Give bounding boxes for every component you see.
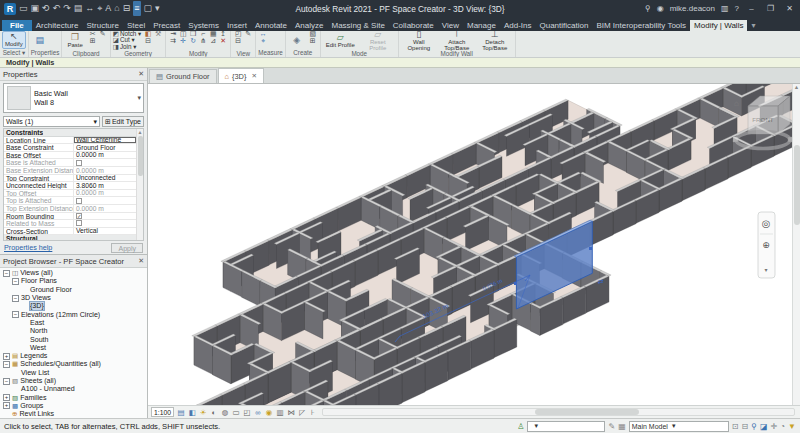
browser-item-floor-plans[interactable]: −Floor Plans bbox=[0, 277, 147, 285]
checkbox-checked[interactable]: ✓ bbox=[76, 213, 82, 219]
property-row-base-is-attached[interactable]: Base is Attached bbox=[4, 159, 136, 167]
property-row-unconnected-height[interactable]: Unconnected Height3.8060 m bbox=[4, 182, 136, 190]
select-underlay-elements-icon[interactable]: ⊟ bbox=[741, 421, 748, 432]
navigation-bar[interactable]: ◎⊕▾ bbox=[758, 212, 775, 278]
property-row-base-offset[interactable]: Base Offset0.0000 m bbox=[4, 152, 136, 160]
project-browser-close-icon[interactable]: ✕ bbox=[138, 257, 144, 265]
measure-icon[interactable]: ↔ bbox=[85, 1, 94, 16]
property-row-base-extension-distance[interactable]: Base Extension Distance0.0000 m bbox=[4, 167, 136, 175]
text-icon[interactable]: A bbox=[105, 1, 111, 16]
checkbox-unchecked[interactable] bbox=[76, 198, 82, 204]
create-parts-button[interactable]: ◈ bbox=[288, 31, 306, 49]
filter-icon[interactable]: ▼ bbox=[788, 421, 796, 432]
horizontal-scrollbar-thumb[interactable] bbox=[535, 409, 639, 415]
reveal-hidden-elements-icon[interactable]: ◉ bbox=[264, 407, 274, 418]
property-row-top-extension-distance[interactable]: Top Extension Distance0.0000 m bbox=[4, 205, 136, 213]
select-pinned-elements-icon[interactable]: ⚲ bbox=[751, 421, 757, 432]
create-group-icon[interactable]: ⊞ bbox=[308, 38, 318, 45]
properties-close-icon[interactable]: ✕ bbox=[138, 70, 144, 78]
ribbon-tabs-dropdown-icon[interactable]: ▾ bbox=[747, 20, 759, 31]
expand-icon[interactable]: + bbox=[3, 394, 10, 401]
shadows-icon[interactable]: ◐ bbox=[209, 407, 219, 418]
signed-in-user[interactable]: mike.deacon bbox=[670, 4, 715, 13]
ribbon-tab-add-ins[interactable]: Add-Ins bbox=[500, 20, 536, 31]
browser-item-views-all-[interactable]: −◫Views (all) bbox=[0, 269, 147, 277]
collapse-icon[interactable]: − bbox=[12, 278, 19, 285]
edit-type-button[interactable]: ⊞ Edit Type bbox=[102, 116, 144, 127]
browser-item-families[interactable]: +▨Families bbox=[0, 393, 147, 401]
collapse-icon[interactable]: − bbox=[3, 361, 10, 368]
editable-only-icon[interactable]: ✎ bbox=[608, 421, 615, 432]
view-scale-button[interactable]: 1:100 bbox=[151, 407, 174, 417]
open-icon[interactable]: ▭ bbox=[19, 1, 28, 16]
ribbon-tab-annotate[interactable]: Annotate bbox=[251, 20, 291, 31]
property-row-base-constraint[interactable]: Base ConstraintGround Floor bbox=[4, 144, 136, 152]
property-row-top-constraint[interactable]: Top ConstraintUnconnected bbox=[4, 175, 136, 183]
highlight-displacement-sets-icon[interactable]: ◸ bbox=[297, 407, 307, 418]
ribbon-tab-quantification[interactable]: Quantification bbox=[535, 20, 592, 31]
print-icon[interactable]: ▤ bbox=[74, 1, 83, 16]
browser-item-sheets-all-[interactable]: −▧Sheets (all) bbox=[0, 377, 147, 385]
edit-profile-button[interactable]: ▱Edit Profile bbox=[323, 31, 358, 50]
ribbon-tab-collaborate[interactable]: Collaborate bbox=[389, 20, 438, 31]
collapse-icon[interactable]: − bbox=[3, 270, 10, 277]
properties-header[interactable]: Properties ✕ bbox=[0, 68, 147, 81]
collapse-icon[interactable]: − bbox=[3, 378, 10, 385]
wall-opening-button[interactable]: ▯Wall Opening bbox=[401, 31, 437, 50]
expand-icon[interactable]: + bbox=[3, 353, 10, 360]
collapse-icon[interactable]: − bbox=[12, 295, 19, 302]
expand-icon[interactable]: + bbox=[3, 402, 10, 409]
apply-button[interactable]: Apply bbox=[111, 243, 143, 253]
crop-view-icon[interactable]: ▭ bbox=[231, 407, 241, 418]
ribbon-tab-modify-walls[interactable]: Modify | Walls bbox=[690, 20, 747, 31]
select-links-icon[interactable]: ⊡ bbox=[732, 421, 739, 432]
property-row-location-line[interactable]: Location LineWall Centerline bbox=[4, 137, 136, 145]
browser-item-revit-links[interactable]: ⊕Revit Links bbox=[0, 410, 147, 418]
demolish-icon[interactable]: ⚒ bbox=[153, 31, 163, 38]
show-analytical-model-icon[interactable]: ⋈ bbox=[286, 407, 296, 418]
browser-item-view-list[interactable]: View List bbox=[0, 369, 147, 377]
browser-item-south[interactable]: South bbox=[0, 335, 147, 343]
linework-icon[interactable]: ✎ bbox=[243, 31, 253, 38]
design-option-select[interactable]: Main Model▾ bbox=[629, 421, 729, 432]
help-menu[interactable]: ? bbox=[735, 4, 739, 13]
ribbon-tab-insert[interactable]: Insert bbox=[223, 20, 251, 31]
offset-button[interactable]: ⇉ bbox=[168, 38, 178, 45]
workset-select[interactable]: ▾ bbox=[527, 421, 605, 432]
browser-item-elevations-12mm-circle-[interactable]: −Elevations (12mm Circle) bbox=[0, 310, 147, 318]
ribbon-tab-manage[interactable]: Manage bbox=[463, 20, 500, 31]
aligned-dimension-icon[interactable]: ⌖ bbox=[97, 1, 102, 16]
temporary-view-properties-icon[interactable]: ▥ bbox=[275, 407, 285, 418]
close-button[interactable]: ✕ bbox=[783, 4, 796, 13]
paste-button[interactable]: ❐Paste bbox=[64, 31, 85, 50]
properties-help-link[interactable]: Properties help bbox=[4, 243, 52, 252]
thin-lines-icon[interactable]: ≡ bbox=[133, 1, 140, 16]
ribbon-tab-precast[interactable]: Precast bbox=[149, 20, 184, 31]
property-row-related-to-mass[interactable]: Related to Mass bbox=[4, 220, 136, 228]
browser-item-legends[interactable]: +▤Legends bbox=[0, 352, 147, 360]
background-processes-icon[interactable]: ◔ bbox=[780, 421, 785, 432]
section-icon[interactable]: ⊟ bbox=[123, 1, 131, 16]
ribbon-tab-structure[interactable]: Structure bbox=[82, 20, 122, 31]
reveal-constraints-icon[interactable]: ⊦ bbox=[308, 407, 318, 418]
select-elements-by-face-icon[interactable]: ◪ bbox=[760, 421, 768, 432]
reset-profile-button[interactable]: ▱Reset Profile bbox=[360, 31, 396, 50]
browser-item-schedules-quantities-all-[interactable]: −▦Schedules/Quantities (all) bbox=[0, 360, 147, 368]
project-browser-header[interactable]: Project Browser - PF Space Creator ✕ bbox=[0, 255, 147, 268]
close-hidden-windows-icon[interactable]: ▢ bbox=[144, 1, 153, 16]
checkbox-unchecked[interactable] bbox=[76, 160, 82, 166]
ribbon-tab-analyze[interactable]: Analyze bbox=[291, 20, 327, 31]
view-tab-close-icon[interactable]: ✕ bbox=[251, 72, 256, 80]
view-tab-3d[interactable]: ⌂{3D}✕ bbox=[218, 68, 264, 83]
drag-elements-on-selection-icon[interactable]: ✛ bbox=[771, 421, 778, 432]
search-icon[interactable]: ⚲ bbox=[645, 4, 651, 13]
property-row-top-is-attached[interactable]: Top is Attached bbox=[4, 197, 136, 205]
default-3d-view-icon[interactable]: ⌂ bbox=[114, 1, 119, 16]
browser-item-ground-floor[interactable]: Ground Floor bbox=[0, 286, 147, 294]
property-row-room-bounding[interactable]: Room Bounding✓ bbox=[4, 213, 136, 221]
property-row-cross-section[interactable]: Cross-SectionVertical bbox=[4, 228, 136, 236]
checkbox-unchecked[interactable] bbox=[76, 220, 82, 226]
modify-button[interactable]: ↖Modify bbox=[2, 31, 26, 49]
revit-logo[interactable]: R bbox=[4, 3, 16, 15]
ribbon-tab-architecture[interactable]: Architecture bbox=[32, 20, 83, 31]
